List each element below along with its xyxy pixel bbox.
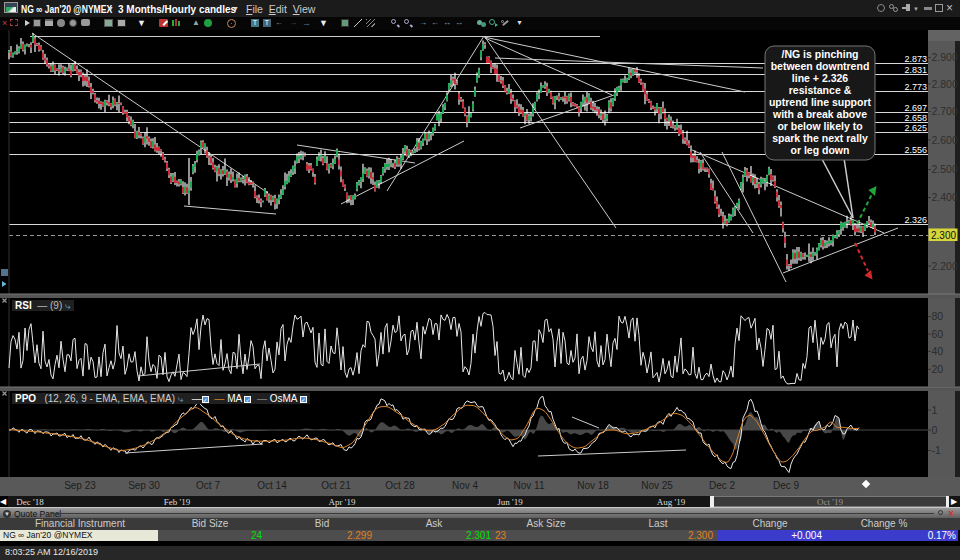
- svg-text:40: 40: [932, 345, 944, 357]
- svg-text:line + 2.326: line + 2.326: [792, 72, 848, 84]
- svg-text:2.600: 2.600: [932, 134, 958, 146]
- svg-text:2.500: 2.500: [932, 163, 958, 175]
- svg-text:2.326: 2.326: [904, 215, 927, 225]
- svg-text:2.400: 2.400: [932, 191, 958, 203]
- svg-text:spark the next rally: spark the next rally: [772, 132, 868, 144]
- svg-text:2.625: 2.625: [904, 123, 927, 133]
- svg-text:2.900: 2.900: [932, 51, 958, 63]
- svg-text:2.831: 2.831: [904, 65, 927, 75]
- svg-text:-1: -1: [932, 444, 941, 456]
- svg-text:between downtrend: between downtrend: [771, 60, 870, 72]
- svg-text:or below likely to: or below likely to: [777, 120, 862, 132]
- svg-text:2.800: 2.800: [932, 78, 958, 90]
- svg-text:2.873: 2.873: [904, 54, 927, 64]
- svg-text:2.300: 2.300: [931, 230, 956, 241]
- svg-text:2.773: 2.773: [904, 82, 927, 92]
- svg-text:uptrend line support: uptrend line support: [769, 96, 872, 108]
- svg-text:1: 1: [932, 404, 938, 416]
- svg-text:80: 80: [932, 310, 944, 322]
- svg-text:or leg down: or leg down: [791, 144, 850, 156]
- svg-text:20: 20: [932, 363, 944, 375]
- svg-text:2.200: 2.200: [932, 260, 958, 272]
- svg-text:2.556: 2.556: [904, 145, 927, 155]
- svg-text:0: 0: [932, 424, 938, 436]
- svg-text:resistance &: resistance &: [789, 84, 852, 96]
- svg-text:2.700: 2.700: [932, 105, 958, 117]
- svg-text:2.697: 2.697: [904, 103, 927, 113]
- svg-text:2.658: 2.658: [904, 113, 927, 123]
- svg-text:with a break above: with a break above: [772, 108, 867, 120]
- svg-text:/NG is pinching: /NG is pinching: [781, 48, 858, 60]
- svg-text:60: 60: [932, 328, 944, 340]
